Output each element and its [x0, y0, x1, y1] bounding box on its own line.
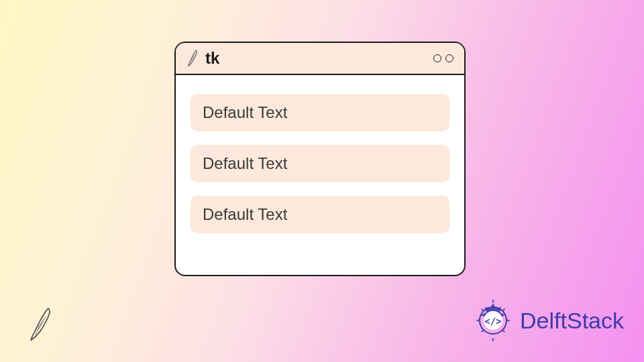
window-control-minimize[interactable] — [433, 54, 441, 62]
svg-text:</>: </> — [484, 316, 501, 326]
feather-icon — [25, 306, 55, 343]
window-controls — [433, 54, 453, 62]
text-entry-3[interactable]: Default Text — [191, 196, 449, 233]
text-entry-2[interactable]: Default Text — [191, 145, 449, 182]
window-titlebar[interactable]: tk — [176, 43, 464, 75]
delftstack-brand-text: DelftStack — [520, 308, 624, 334]
window-body: Default Text Default Text Default Text — [176, 75, 464, 252]
tk-window: tk Default Text Default Text Default Tex… — [174, 42, 466, 276]
feather-icon — [185, 49, 200, 68]
delftstack-logo: </> DelftStack — [470, 298, 624, 343]
window-title: tk — [205, 49, 219, 68]
delftstack-ornament-icon: </> — [470, 298, 516, 343]
window-control-maximize[interactable] — [445, 54, 453, 62]
text-entry-1[interactable]: Default Text — [191, 94, 449, 131]
